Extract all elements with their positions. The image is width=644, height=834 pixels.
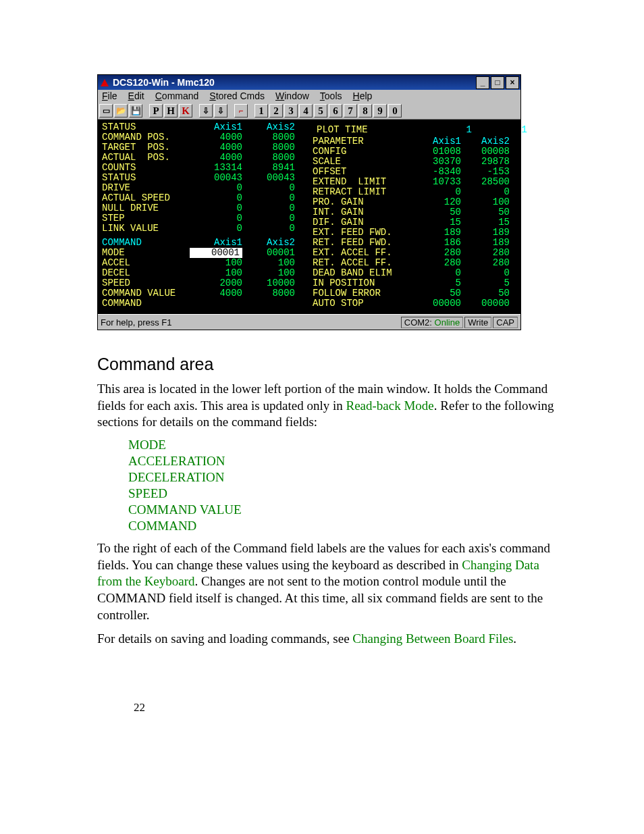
axis1-value[interactable]: 30370: [412, 157, 461, 167]
axis1-value[interactable]: 5: [412, 278, 461, 288]
num-2[interactable]: 2: [269, 104, 283, 118]
tool-p[interactable]: P: [149, 104, 163, 118]
table-row[interactable]: DRIVE00: [102, 183, 304, 193]
table-row[interactable]: ACTUAL SPEED00: [102, 193, 304, 203]
axis1-value[interactable]: 00043: [190, 173, 242, 183]
table-row[interactable]: STATUS0004300043: [102, 173, 304, 183]
axis1-value[interactable]: 01008: [412, 147, 461, 157]
axis2-value[interactable]: 0: [242, 224, 295, 234]
table-row[interactable]: INT. GAIN5050: [313, 207, 533, 217]
axis1-value[interactable]: 280: [412, 258, 461, 268]
link-mode[interactable]: MODE: [128, 438, 556, 452]
axis2-value[interactable]: 00008: [461, 147, 510, 157]
menu-tools[interactable]: Tools: [320, 91, 342, 101]
num-1[interactable]: 1: [254, 104, 268, 118]
table-row[interactable]: EXT. FEED FWD.189189: [313, 228, 533, 238]
link-speed[interactable]: SPEED: [128, 486, 556, 501]
axis2-value[interactable]: 50: [461, 288, 510, 298]
menu-edit[interactable]: Edit: [128, 91, 144, 101]
tool-k[interactable]: K: [179, 104, 192, 118]
axis1-value[interactable]: [190, 298, 242, 309]
menu-storedcmds[interactable]: Stored Cmds: [209, 91, 265, 101]
table-row[interactable]: RET. ACCEL FF.280280: [313, 258, 533, 268]
axis2-value[interactable]: 0: [242, 203, 295, 213]
axis2-value[interactable]: [242, 298, 295, 309]
table-row[interactable]: DEAD BAND ELIM00: [313, 268, 533, 278]
axis1-value[interactable]: 0: [190, 183, 242, 193]
axis2-value[interactable]: 00000: [461, 298, 510, 309]
axis1-value[interactable]: 186: [412, 238, 461, 248]
axis1-value[interactable]: 2000: [190, 278, 242, 288]
axis1-value[interactable]: 0: [190, 224, 242, 234]
table-row[interactable]: COMMAND VALUE40008000: [102, 288, 304, 298]
axis1-value[interactable]: 0: [412, 268, 461, 278]
axis2-value[interactable]: 189: [461, 238, 510, 248]
table-row[interactable]: COMMAND POS.40008000: [102, 132, 304, 142]
menu-file[interactable]: File: [102, 91, 117, 101]
table-row[interactable]: RET. FEED FWD.186189: [313, 238, 533, 248]
axis2-value[interactable]: 0: [461, 187, 510, 197]
axis2-value[interactable]: -153: [461, 167, 510, 177]
table-row[interactable]: RETRACT LIMIT00: [313, 187, 533, 197]
num-0[interactable]: 0: [388, 104, 402, 118]
table-row[interactable]: SPEED200010000: [102, 278, 304, 288]
table-row[interactable]: OFFSET-8340-153: [313, 167, 533, 177]
axis1-value[interactable]: 120: [412, 197, 461, 207]
table-row[interactable]: DIF. GAIN1515: [313, 217, 533, 228]
num-5[interactable]: 5: [314, 104, 327, 118]
axis1-value[interactable]: 4000: [190, 142, 242, 153]
table-row[interactable]: COUNTS133148941: [102, 163, 304, 173]
menu-window[interactable]: Window: [275, 91, 309, 101]
axis2-value[interactable]: 280: [461, 248, 510, 258]
plot-icon[interactable]: ⌐: [234, 104, 248, 118]
send-all-icon[interactable]: ⇩: [199, 104, 213, 118]
maximize-button[interactable]: □: [491, 76, 504, 89]
axis1-value[interactable]: 0: [190, 203, 242, 213]
axis1-value[interactable]: -8340: [412, 167, 461, 177]
axis1-value[interactable]: 189: [412, 228, 461, 238]
table-row[interactable]: COMMAND: [102, 298, 304, 309]
table-row[interactable]: IN POSITION55: [313, 278, 533, 288]
num-8[interactable]: 8: [358, 104, 372, 118]
axis2-value[interactable]: 50: [461, 207, 510, 217]
axis1-value[interactable]: 00001: [190, 248, 242, 258]
axis2-value[interactable]: 189: [461, 228, 510, 238]
table-row[interactable]: EXT. ACCEL FF.280280: [313, 248, 533, 258]
num-9[interactable]: 9: [373, 104, 387, 118]
table-row[interactable]: SCALE3037029878: [313, 157, 533, 167]
table-row[interactable]: DECEL100100: [102, 268, 304, 278]
axis1-value[interactable]: 4000: [190, 153, 242, 163]
send-one-icon[interactable]: ⇩: [214, 104, 227, 118]
num-6[interactable]: 6: [329, 104, 342, 118]
table-row[interactable]: CONFIG0100800008: [313, 147, 533, 157]
num-4[interactable]: 4: [299, 104, 313, 118]
axis2-value[interactable]: 8000: [242, 288, 295, 298]
axis2-value[interactable]: 0: [242, 193, 295, 203]
table-row[interactable]: PRO. GAIN120100: [313, 197, 533, 207]
axis2-value[interactable]: 0: [242, 213, 295, 224]
table-row[interactable]: MODE0000100001: [102, 248, 304, 258]
table-row[interactable]: LINK VALUE00: [102, 224, 304, 234]
minimize-button[interactable]: _: [476, 76, 489, 89]
new-icon[interactable]: ▭: [99, 104, 113, 118]
close-button[interactable]: ×: [506, 76, 519, 89]
table-row[interactable]: FOLLOW ERROR5050: [313, 288, 533, 298]
link-command[interactable]: COMMAND: [128, 519, 556, 533]
axis2-value[interactable]: 8000: [242, 132, 295, 142]
table-row[interactable]: ACTUAL POS.40008000: [102, 153, 304, 163]
axis2-value[interactable]: 100: [242, 258, 295, 268]
axis1-value[interactable]: 15: [412, 217, 461, 228]
tool-h[interactable]: H: [164, 104, 178, 118]
table-row[interactable]: STEP00: [102, 213, 304, 224]
open-icon[interactable]: 📂: [114, 104, 128, 118]
axis1-value[interactable]: 00000: [412, 298, 461, 309]
axis1-value[interactable]: 100: [190, 268, 242, 278]
axis1-value[interactable]: 280: [412, 248, 461, 258]
axis2-value[interactable]: 10000: [242, 278, 295, 288]
table-row[interactable]: TARGET POS.40008000: [102, 142, 304, 153]
num-3[interactable]: 3: [284, 104, 298, 118]
axis2-value[interactable]: 00001: [242, 248, 295, 258]
table-row[interactable]: AUTO STOP0000000000: [313, 298, 533, 309]
axis1-value[interactable]: 50: [412, 288, 461, 298]
axis2-value[interactable]: 0: [461, 268, 510, 278]
